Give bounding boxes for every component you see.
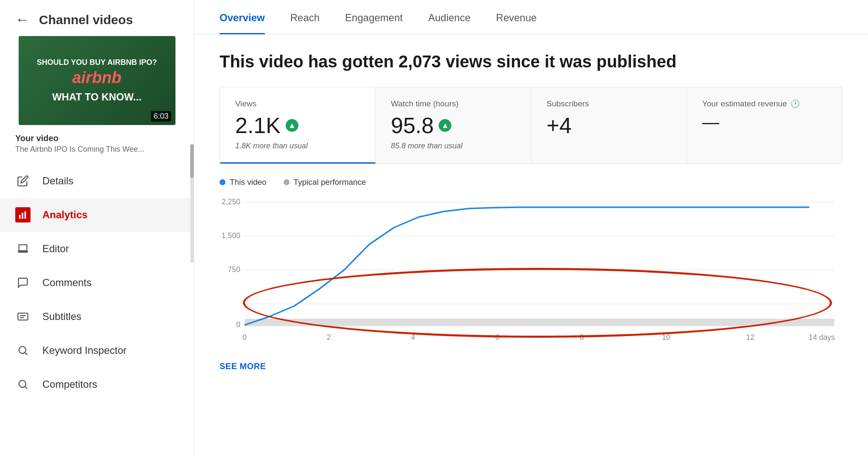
views-up-arrow: ▲ — [286, 119, 298, 132]
airbnb-logo: airbnb — [72, 69, 121, 87]
keyword-inspector-icon — [15, 343, 31, 358]
keyword-inspector-label: Keyword Inspector — [42, 345, 127, 356]
stat-card-subscribers[interactable]: Subscribers +4 — [531, 87, 687, 164]
sidebar-item-comments[interactable]: Comments — [0, 266, 194, 300]
tab-overview[interactable]: Overview — [220, 0, 265, 34]
thumbnail-bottom-text: WHAT TO KNOW... — [52, 91, 142, 103]
svg-rect-20 — [245, 319, 835, 325]
editor-label: Editor — [42, 243, 69, 255]
your-video-label: Your video — [0, 133, 194, 145]
svg-point-7 — [19, 347, 26, 353]
sidebar-title: Channel videos — [39, 13, 133, 27]
comments-icon — [15, 275, 31, 290]
svg-text:14 days: 14 days — [809, 333, 835, 342]
tab-reach[interactable]: Reach — [290, 0, 320, 34]
legend-dot-gray — [284, 179, 289, 185]
page-title: This video has gotten 2,073 views since … — [220, 51, 843, 72]
svg-text:0: 0 — [242, 333, 247, 342]
tab-audience[interactable]: Audience — [428, 0, 470, 34]
svg-rect-3 — [18, 251, 28, 253]
svg-rect-0 — [19, 215, 21, 219]
stat-value-views: 2.1K ▲ — [235, 113, 360, 138]
svg-text:8: 8 — [580, 333, 584, 342]
svg-rect-1 — [22, 213, 23, 219]
competitors-icon — [15, 377, 31, 392]
stat-label-subscribers: Subscribers — [547, 99, 671, 108]
svg-text:0: 0 — [236, 320, 240, 329]
editor-icon — [15, 241, 31, 256]
details-label: Details — [42, 175, 73, 187]
stat-label-watch-time: Watch time (hours) — [391, 99, 515, 108]
stat-value-watch-time: 95.8 ▲ — [391, 113, 515, 138]
subtitles-label: Subtitles — [42, 311, 81, 323]
watch-time-up-arrow: ▲ — [439, 119, 451, 132]
stat-change-views: 1.8K more than usual — [235, 142, 360, 150]
sidebar-nav: Details Analytics Editor Comments Subtit… — [0, 164, 194, 401]
back-button[interactable]: ← — [15, 12, 29, 28]
scrollbar-track[interactable] — [190, 144, 194, 263]
stat-change-watch-time: 85.8 more than usual — [391, 142, 515, 150]
stat-label-revenue: Your estimated revenue 🕐 — [702, 99, 827, 108]
svg-text:1,500: 1,500 — [222, 231, 240, 240]
svg-rect-2 — [25, 211, 26, 219]
sidebar-header: ← Channel videos — [0, 0, 194, 36]
svg-text:2,250: 2,250 — [222, 197, 240, 206]
details-icon — [15, 173, 31, 189]
chart-legend: This video Typical performance — [220, 178, 843, 187]
svg-text:6: 6 — [495, 333, 500, 342]
svg-point-9 — [19, 381, 26, 387]
stat-value-revenue: — — [702, 113, 827, 132]
see-more-button[interactable]: SEE MORE — [220, 361, 843, 371]
stat-card-watch-time[interactable]: Watch time (hours) 95.8 ▲ 85.8 more than… — [376, 87, 531, 164]
chart-svg: 2,250 1,500 750 0 0 2 4 6 8 10 12 14 day… — [220, 194, 843, 355]
stat-card-views[interactable]: Views 2.1K ▲ 1.8K more than usual — [220, 87, 376, 164]
stat-card-revenue[interactable]: Your estimated revenue 🕐 — — [687, 87, 842, 164]
analytics-tabs: Overview Reach Engagement Audience Reven… — [194, 0, 868, 34]
sidebar-item-editor[interactable]: Editor — [0, 232, 194, 266]
legend-dot-blue — [220, 179, 225, 185]
sidebar-item-subtitles[interactable]: Subtitles — [0, 300, 194, 334]
tab-revenue[interactable]: Revenue — [496, 0, 537, 34]
analytics-label: Analytics — [42, 209, 88, 221]
video-duration: 6:03 — [151, 111, 171, 122]
svg-text:750: 750 — [228, 265, 241, 274]
thumbnail-top-text: SHOULD YOU BUY AIRBNB IPO? — [33, 58, 161, 67]
competitors-label: Competitors — [42, 378, 97, 390]
svg-text:2: 2 — [327, 333, 331, 342]
stat-label-views: Views — [235, 99, 360, 108]
sidebar: ← Channel videos SHOULD YOU BUY AIRBNB I… — [0, 0, 194, 456]
svg-text:10: 10 — [662, 333, 670, 342]
sidebar-item-analytics[interactable]: Analytics — [0, 198, 194, 232]
svg-rect-4 — [18, 313, 28, 320]
video-subtitle: The Airbnb IPO Is Coming This Wee... — [0, 145, 194, 164]
clock-icon: 🕐 — [790, 99, 800, 108]
svg-text:12: 12 — [746, 333, 755, 342]
sidebar-item-keyword-inspector[interactable]: Keyword Inspector — [0, 334, 194, 367]
sidebar-item-competitors[interactable]: Competitors — [0, 367, 194, 401]
legend-typical: Typical performance — [284, 178, 366, 187]
main-content-area: Overview Reach Engagement Audience Reven… — [194, 0, 868, 456]
analytics-icon — [15, 207, 31, 222]
stat-value-subscribers: +4 — [547, 113, 671, 138]
comments-label: Comments — [42, 277, 92, 289]
tab-engagement[interactable]: Engagement — [345, 0, 403, 34]
svg-line-10 — [25, 386, 27, 389]
main-body: This video has gotten 2,073 views since … — [194, 34, 868, 456]
stats-bar: Views 2.1K ▲ 1.8K more than usual Watch … — [220, 87, 843, 164]
legend-this-video: This video — [220, 178, 267, 187]
subtitles-icon — [15, 309, 31, 324]
svg-text:4: 4 — [411, 333, 415, 342]
video-thumbnail[interactable]: SHOULD YOU BUY AIRBNB IPO? airbnb WHAT T… — [19, 36, 175, 125]
scrollbar-thumb[interactable] — [190, 144, 194, 178]
sidebar-item-details[interactable]: Details — [0, 164, 194, 198]
svg-line-8 — [25, 353, 27, 355]
chart-area: 2,250 1,500 750 0 0 2 4 6 8 10 12 14 day… — [220, 194, 843, 355]
